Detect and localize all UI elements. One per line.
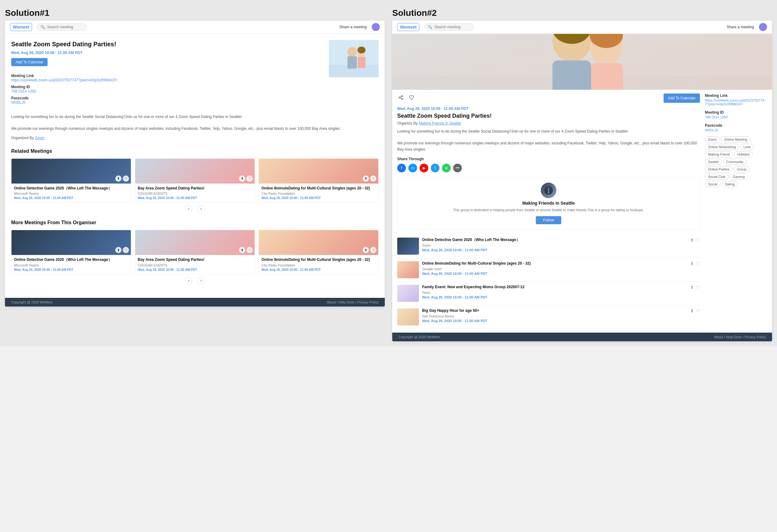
s2-related-item-1[interactable]: Online 8minuteDating for Multi-Cultural …: [397, 258, 700, 282]
svg-rect-10: [347, 56, 357, 69]
s1-more-card-2[interactable]: ⬆ ♡ Online 8minuteDating for Multi-Cultu…: [258, 230, 378, 274]
s2-share-facebook[interactable]: f: [397, 164, 406, 172]
solution1-search-input[interactable]: [47, 25, 83, 29]
svg-rect-12: [358, 57, 365, 68]
s2-item-0-share[interactable]: ⬆: [690, 238, 694, 243]
s2-footer-links[interactable]: About / Help Desk / Privacy Policy: [714, 335, 766, 339]
solution1-logo[interactable]: Wemeet: [10, 23, 32, 31]
s1-more-next[interactable]: ›: [197, 277, 205, 284]
s1-more-card-2-date: Wed, Aug 26, 2020 10:00 - 11:00 AM PDT: [261, 268, 376, 271]
s2-item-2-like[interactable]: ♡: [696, 285, 700, 290]
s2-share-more[interactable]: •••: [453, 164, 462, 172]
s1-event-date: Wed, Aug 26, 2020 10:00 - 11:00 AM PDT: [11, 50, 323, 55]
svg-point-13: [357, 46, 365, 53]
s1-more-prev[interactable]: ‹: [185, 277, 192, 284]
s2-sidebar-meeting-link[interactable]: https://us04web.zoom.us/j/83237507747?pw…: [705, 99, 767, 106]
s2-share-youtube[interactable]: ▶: [420, 164, 428, 172]
s2-organizer-link[interactable]: Making Friends In Seattle: [419, 121, 461, 125]
s2-organizer-block: Making Friends in Seattle This group is …: [397, 177, 700, 230]
s1-more-card-0-share[interactable]: ⬆: [115, 247, 121, 253]
tag-group[interactable]: Group: [734, 166, 750, 172]
s1-related-card-2[interactable]: ⬆ ♡ Online 8minuteDating for Multi-Cultu…: [258, 158, 378, 203]
s2-follow-button[interactable]: Follow: [536, 216, 562, 224]
s1-more-cards: ⬆ ♡ Online Detective Game 2020（Who Left …: [11, 230, 378, 274]
s1-more-card-1-org: COUGAR EVENTS: [138, 263, 252, 267]
s1-related-card-2-like[interactable]: ♡: [370, 175, 376, 182]
s1-more-card-1-date: Wed, Aug 26, 2020 10:00 - 11:00 AM PDT: [138, 268, 252, 271]
s1-related-next[interactable]: ›: [197, 205, 205, 213]
s1-organizer-link[interactable]: Zoom: [35, 136, 44, 140]
s2-related-item-0[interactable]: Online Detective Game 2020（Who Left The …: [397, 235, 700, 258]
s2-item-1-like[interactable]: ♡: [696, 261, 700, 266]
search-icon: 🔍: [40, 25, 45, 29]
s1-add-to-calendar-button[interactable]: Add To Calendar: [11, 58, 47, 66]
s2-add-to-calendar-button[interactable]: Add To Calendar: [664, 94, 700, 103]
tag-zoom[interactable]: Zoom: [705, 136, 720, 143]
s1-related-card-1-like[interactable]: ♡: [246, 175, 253, 182]
s1-related-title: Related Meetings: [11, 148, 378, 154]
s1-meeting-link[interactable]: https://us04web.zoom.us/j/83237507747?pw…: [11, 78, 323, 82]
s2-item-1-share[interactable]: ⬆: [690, 261, 694, 266]
s1-copyright: Copyright @ 2020 WeMeet: [11, 300, 52, 304]
s1-related-card-0-like[interactable]: ♡: [123, 175, 129, 182]
s1-related-card-0-share[interactable]: ⬆: [115, 175, 121, 182]
s1-related-card-1[interactable]: ⬆ ♡ Bay Area Zoom Speed Dating Parties! …: [135, 158, 255, 203]
s2-footer: Copyright @ 2020 WeMeet About / Help Des…: [392, 332, 772, 341]
s1-hero-image: [329, 40, 378, 77]
tag-online-meeting[interactable]: Online Meeting: [721, 136, 750, 143]
s1-more-card-0-org: Microsoft Teams: [14, 263, 128, 267]
s1-description: Looking for something fun to do during t…: [11, 114, 378, 141]
tag-community[interactable]: Community: [723, 159, 747, 165]
tag-dating[interactable]: Dating: [722, 181, 738, 187]
tag-online-parties[interactable]: Online Parties: [705, 166, 733, 172]
solution2-search-box[interactable]: 🔍: [424, 23, 474, 31]
s1-related-card-2-share[interactable]: ⬆: [363, 175, 369, 182]
solution1-avatar[interactable]: [372, 23, 380, 31]
solution1-share-label: Share a meeting: [339, 25, 367, 29]
s2-share-twitter[interactable]: t: [431, 164, 439, 172]
s2-related-img-0: [397, 238, 419, 255]
tag-love[interactable]: Love: [740, 144, 754, 150]
s1-related-prev[interactable]: ‹: [185, 205, 192, 213]
s1-more-card-1-like[interactable]: ♡: [246, 247, 253, 253]
s1-more-card-0-like[interactable]: ♡: [123, 247, 129, 253]
s2-share-whatsapp[interactable]: w: [442, 164, 451, 172]
s1-related-card-1-share[interactable]: ⬆: [239, 175, 245, 182]
solution2-navbar: Wemeet 🔍 Share a meeting: [392, 20, 772, 34]
tag-gaming[interactable]: Gaming: [730, 174, 748, 180]
tag-online-networking[interactable]: Online Networking: [705, 144, 739, 150]
s1-more-card-0[interactable]: ⬆ ♡ Online Detective Game 2020（Who Left …: [11, 230, 131, 274]
s1-footer-links[interactable]: About / Help Desk / Privacy Policy: [327, 300, 378, 304]
s2-share-messenger[interactable]: m: [408, 164, 417, 172]
s1-more-card-2-like[interactable]: ♡: [370, 247, 376, 253]
s2-sidebar: Meeting Link https://us04web.zoom.us/j/8…: [705, 94, 767, 329]
s2-item-2-share[interactable]: ⬆: [690, 285, 694, 290]
solution2-search-input[interactable]: [434, 25, 470, 29]
s1-related-card-0[interactable]: ⬆ ♡ Online Detective Game 2020（Who Left …: [11, 158, 131, 203]
s2-like-icon-btn[interactable]: [408, 94, 415, 103]
solution1-search-box[interactable]: 🔍: [37, 23, 87, 31]
s2-related-item-2[interactable]: Family Event: New and Expecting Moms Gro…: [397, 282, 700, 305]
s2-share-icon-btn[interactable]: [397, 94, 405, 103]
s1-more-card-1[interactable]: ⬆ ♡ Bay Area Zoom Speed Dating Parties! …: [135, 230, 255, 274]
solution2-logo[interactable]: Wemeet: [397, 23, 419, 31]
tag-social-club[interactable]: Social Club: [705, 174, 729, 180]
solution2-avatar[interactable]: [759, 23, 767, 31]
s1-related-pagination: ‹ ›: [11, 205, 378, 213]
s2-item-3-share[interactable]: ⬆: [690, 308, 694, 313]
s1-more-card-1-share[interactable]: ⬆: [239, 247, 245, 253]
search-icon-s2: 🔍: [428, 25, 432, 29]
s1-more-card-0-title: Online Detective Game 2020（Who Left The …: [14, 257, 128, 262]
s2-related-date-0: Wed, Aug 26, 2020 10:00 - 11:00 AM PDT: [422, 248, 687, 252]
tag-seattle[interactable]: Seattle: [705, 159, 722, 165]
s1-meeting-link-label: Meeting Link: [11, 74, 323, 78]
solution1-label: Solution#1: [5, 5, 385, 20]
s1-more-card-2-share[interactable]: ⬆: [363, 247, 369, 253]
tag-hobbies[interactable]: Hobbies: [734, 151, 753, 157]
tag-social[interactable]: Social: [705, 181, 720, 187]
s2-related-item-3[interactable]: Big Gay Happy Hour for age 50+ San Franc…: [397, 305, 700, 329]
s2-item-0-like[interactable]: ♡: [696, 238, 700, 243]
s2-item-3-like[interactable]: ♡: [696, 308, 700, 313]
svg-line-27: [400, 96, 402, 97]
tag-making-friend[interactable]: Making Friend: [705, 151, 733, 157]
